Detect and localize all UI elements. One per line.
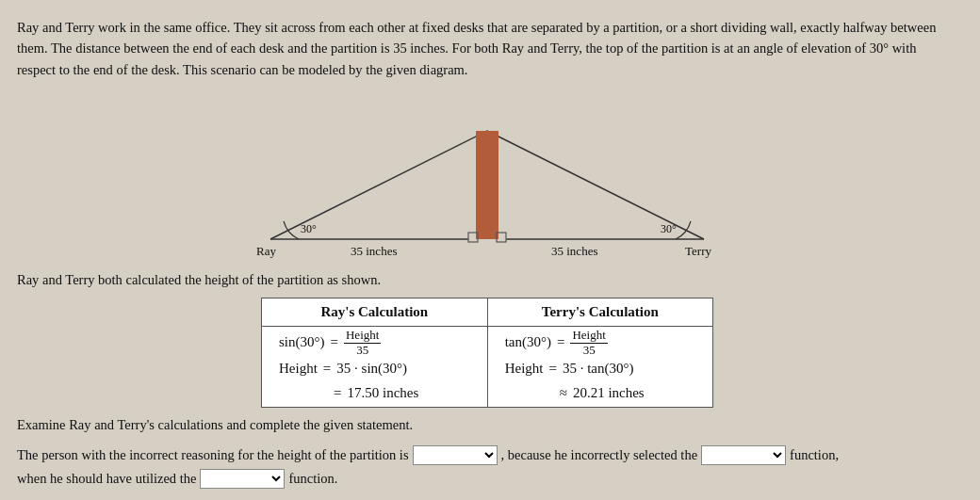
terry-height1: Height: [505, 357, 544, 381]
col1-header: Ray's Calculation: [262, 298, 488, 327]
ray-expr2: 35 · sin(30°): [336, 357, 407, 381]
dist-right-label: 35 inches: [551, 244, 597, 258]
statement-part2: , because he incorrectly selected the: [501, 443, 698, 467]
ray-eq2: =: [323, 357, 331, 381]
dist-left-label: 35 inches: [351, 244, 397, 258]
ray-frac-den: 35: [354, 344, 370, 357]
calc-table-wrapper: Ray's Calculation Terry's Calculation si…: [17, 298, 957, 408]
terry-eq1: =: [557, 331, 564, 355]
person-select[interactable]: Ray Terry: [413, 445, 498, 465]
ray-sin-expr: sin(30°): [279, 331, 325, 355]
diagram-svg: 30° 30° Ray 35 inches 35 inches Terry: [214, 93, 760, 263]
ray-height1: Height: [279, 357, 318, 381]
terry-eq3: ≈: [560, 381, 567, 406]
calculations-table: Ray's Calculation Terry's Calculation si…: [261, 298, 713, 408]
statement-row1: The person with the incorrect reasoning …: [17, 443, 957, 467]
function-select2[interactable]: sin cos tan: [200, 469, 285, 489]
col2-header: Terry's Calculation: [487, 298, 712, 327]
ray-eq3: =: [334, 381, 341, 406]
angle-right-label: 30°: [661, 222, 677, 235]
intro-paragraph: Ray and Terry work in the same office. T…: [17, 17, 957, 80]
terry-frac-den: 35: [581, 344, 597, 357]
terry-frac-num: Height: [570, 329, 607, 343]
ray-frac-num: Height: [344, 329, 381, 343]
ray-eq1: =: [331, 331, 338, 355]
function-select1[interactable]: sin cos tan: [701, 445, 786, 465]
terry-calc-cell: tan(30°) = Height 35 Height = 35 · tan(3…: [487, 327, 712, 408]
terry-eq2: =: [548, 357, 556, 381]
terry-expr2: 35 · tan(30°): [563, 357, 634, 381]
statement-part4: when he should have utilized the: [17, 471, 196, 487]
svg-rect-4: [476, 131, 498, 239]
terry-fraction: Height 35: [570, 329, 607, 357]
terry-tan-expr: tan(30°): [505, 331, 551, 355]
ray-fraction: Height 35: [344, 329, 381, 357]
examine-text: Examine Ray and Terry's calculations and…: [17, 417, 957, 433]
ray-label: Ray: [256, 244, 276, 258]
diagram-container: 30° 30° Ray 35 inches 35 inches Terry: [17, 93, 957, 263]
statement-part1: The person with the incorrect reasoning …: [17, 443, 409, 467]
statement-part5: function.: [288, 471, 337, 487]
terry-label: Terry: [685, 244, 711, 258]
angle-left-label: 30°: [301, 222, 317, 235]
statement-part3: function,: [790, 443, 839, 467]
terry-result: 20.21 inches: [573, 381, 645, 406]
ray-calc-cell: sin(30°) = Height 35 Height = 35 · sin(3…: [262, 327, 488, 408]
ray-result: 17.50 inches: [347, 381, 418, 406]
statement-row2: when he should have utilized the sin cos…: [17, 469, 957, 489]
below-diagram-text: Ray and Terry both calculated the height…: [17, 272, 957, 288]
